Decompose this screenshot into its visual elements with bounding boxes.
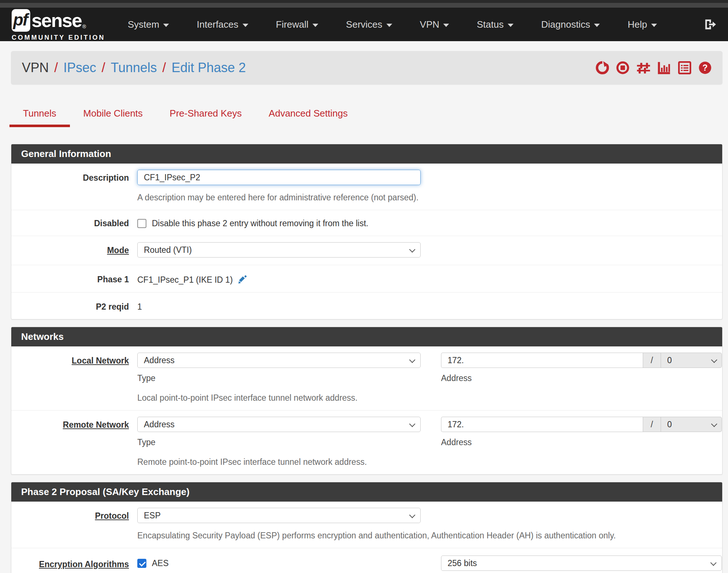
protocol-select[interactable]: ESP: [137, 508, 421, 523]
chevron-down-icon: [711, 421, 717, 427]
nav-item-status[interactable]: Status: [477, 19, 513, 30]
remote-network-help: Remote point-to-point IPsec interface tu…: [137, 457, 421, 467]
breadcrumb-separator: /: [54, 60, 58, 75]
pfsense-logo[interactable]: pf sense ® COMMUNITY EDITION: [12, 9, 105, 42]
breadcrumb-link-tunnels[interactable]: Tunnels: [111, 60, 157, 75]
chevron-down-icon: [312, 24, 318, 27]
community-edition-label: COMMUNITY EDITION: [12, 34, 105, 42]
protocol-row: Protocol ESP Encapsulating Security Payl…: [11, 502, 722, 548]
local-network-type-value: Address: [144, 356, 174, 365]
panel-title: General Information: [11, 144, 722, 164]
p2-reqid-label: P2 reqid: [11, 299, 137, 312]
nav-item-services[interactable]: Services: [346, 19, 392, 30]
mode-selected-value: Routed (VTI): [144, 245, 192, 255]
panel-title: Phase 2 Proposal (SA/Key Exchange): [11, 482, 722, 502]
general-information-panel: General Information Description A descri…: [11, 144, 723, 319]
phase1-value: CF1_IPsec_P1 (IKE ID 1): [137, 275, 233, 285]
slash-addon: /: [643, 417, 661, 432]
nav-label: System: [128, 19, 160, 30]
remote-network-mask-select[interactable]: 0: [661, 417, 722, 432]
chevron-down-icon: [409, 512, 416, 518]
chevron-down-icon: [409, 421, 416, 427]
local-network-address-input[interactable]: [441, 353, 643, 368]
local-mask-value: 0: [667, 356, 672, 365]
aes-bits-select[interactable]: 256 bits: [441, 556, 722, 571]
nav-item-interfaces[interactable]: Interfaces: [197, 19, 248, 30]
remote-network-address-input[interactable]: [441, 417, 643, 432]
chevron-down-icon: [409, 357, 416, 363]
chevron-down-icon: [594, 24, 600, 27]
chevron-down-icon: [409, 247, 416, 253]
mode-row: Mode Routed (VTI): [11, 236, 722, 265]
protocol-help: Encapsulating Security Payload (ESP) per…: [137, 531, 718, 541]
nav-label: Firewall: [276, 19, 309, 30]
protocol-selected-value: ESP: [144, 511, 161, 521]
aes-bits-value: 256 bits: [448, 558, 477, 568]
description-label: Description: [11, 170, 137, 203]
edit-pencil-icon[interactable]: [237, 275, 247, 285]
encryption-algorithms-row: Encryption Algorithms AES 256 bits: [11, 548, 722, 573]
nav-item-system[interactable]: System: [128, 19, 169, 30]
breadcrumb-separator: /: [162, 60, 166, 75]
chevron-down-icon: [443, 24, 449, 27]
nav-item-help[interactable]: Help: [627, 19, 657, 30]
chevron-down-icon: [243, 24, 248, 27]
navbar-menu: System Interfaces Firewall Services VPN …: [128, 19, 657, 30]
sliders-icon[interactable]: [637, 61, 650, 74]
phase1-label: Phase 1: [11, 271, 137, 285]
slash-addon: /: [643, 353, 661, 368]
disabled-checkbox[interactable]: [137, 219, 146, 228]
p2-reqid-value: 1: [137, 302, 142, 312]
encryption-algorithms-label: Encryption Algorithms: [11, 556, 137, 571]
remote-network-type-value: Address: [144, 420, 174, 429]
chevron-down-icon: [711, 357, 717, 363]
chart-icon[interactable]: [658, 61, 671, 74]
stop-icon[interactable]: [616, 61, 629, 74]
remote-type-caption: Type: [137, 437, 421, 447]
disabled-row: Disabled Disable this phase 2 entry with…: [11, 210, 722, 236]
disabled-label: Disabled: [11, 216, 137, 228]
sense-logo-text: sense: [31, 11, 81, 30]
remote-network-row: Remote Network Address Type Remote point…: [11, 411, 722, 474]
tab-tunnels[interactable]: Tunnels: [9, 102, 70, 127]
breadcrumb-separator: /: [102, 60, 105, 75]
description-help: A description may be entered here for ad…: [137, 193, 718, 203]
help-icon[interactable]: ?: [699, 61, 712, 74]
window-top-strip: [0, 3, 728, 8]
chevron-down-icon: [651, 24, 657, 27]
aes-checkbox[interactable]: [137, 559, 146, 568]
main-navbar: pf sense ® COMMUNITY EDITION System Inte…: [0, 8, 728, 41]
remote-network-type-select[interactable]: Address: [137, 417, 421, 432]
local-network-mask-select[interactable]: 0: [661, 353, 722, 368]
breadcrumb-link-ipsec[interactable]: IPsec: [63, 60, 96, 75]
aes-checkbox-label: AES: [152, 558, 169, 568]
description-input[interactable]: [137, 170, 421, 185]
log-list-icon[interactable]: [678, 61, 691, 74]
breadcrumb-vpn: VPN: [22, 60, 49, 75]
p2-reqid-row: P2 reqid 1: [11, 293, 722, 319]
mode-label: Mode: [11, 242, 137, 258]
logout-button[interactable]: [703, 18, 716, 31]
nav-item-firewall[interactable]: Firewall: [276, 19, 319, 30]
protocol-label: Protocol: [11, 508, 137, 541]
tab-mobile-clients[interactable]: Mobile Clients: [70, 102, 156, 127]
chevron-down-icon: [163, 24, 169, 27]
nav-item-vpn[interactable]: VPN: [420, 19, 449, 30]
nav-label: Services: [346, 19, 382, 30]
nav-item-diagnostics[interactable]: Diagnostics: [541, 19, 600, 30]
tab-advanced-settings[interactable]: Advanced Settings: [255, 102, 361, 127]
refresh-icon[interactable]: [596, 61, 609, 74]
phase1-row: Phase 1 CF1_IPsec_P1 (IKE ID 1): [11, 265, 722, 293]
tab-pre-shared-keys[interactable]: Pre-Shared Keys: [156, 102, 255, 127]
page-action-icons: ?: [596, 61, 712, 74]
local-network-type-select[interactable]: Address: [137, 353, 421, 368]
breadcrumb-bar: VPN / IPsec / Tunnels / Edit Phase 2: [11, 51, 723, 85]
mode-select[interactable]: Routed (VTI): [137, 242, 421, 258]
sign-out-icon: [703, 18, 716, 31]
local-address-caption: Address: [441, 373, 722, 383]
breadcrumb-link-edit-phase2[interactable]: Edit Phase 2: [172, 60, 246, 75]
breadcrumb: VPN / IPsec / Tunnels / Edit Phase 2: [22, 60, 246, 75]
chevron-down-icon: [508, 24, 513, 27]
networks-panel: Networks Local Network Address Type Loca…: [11, 327, 723, 475]
nav-label: Interfaces: [197, 19, 238, 30]
